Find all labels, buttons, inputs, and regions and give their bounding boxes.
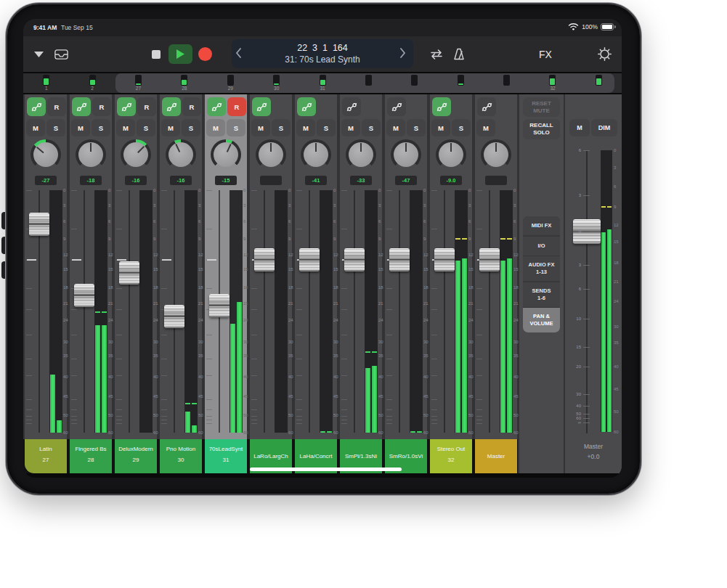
overview-track[interactable] xyxy=(346,73,391,93)
solo-button[interactable]: S xyxy=(362,119,381,136)
solo-button[interactable]: S xyxy=(407,119,426,136)
track-label-master-strip[interactable]: Master xyxy=(475,439,517,473)
pan-knob[interactable] xyxy=(31,139,61,170)
chevron-down-icon[interactable] xyxy=(32,36,45,72)
overview-track[interactable] xyxy=(576,73,622,93)
automation-button[interactable] xyxy=(27,97,46,116)
mute-button[interactable]: M xyxy=(251,119,270,136)
view-button-audio-fx[interactable]: AUDIO FX 1-13 xyxy=(523,256,560,281)
mute-button[interactable]: M xyxy=(476,119,495,136)
overview-track[interactable]: 27 xyxy=(115,73,161,93)
fader-handle[interactable] xyxy=(299,248,320,271)
pan-knob[interactable] xyxy=(391,139,421,170)
automation-button[interactable] xyxy=(477,97,496,116)
fader-handle[interactable] xyxy=(434,248,455,271)
mute-button[interactable]: M xyxy=(26,119,45,136)
automation-button[interactable] xyxy=(252,97,271,116)
pan-knob[interactable] xyxy=(301,139,331,170)
automation-record-button[interactable]: R xyxy=(137,97,156,116)
solo-button[interactable]: S xyxy=(317,119,336,136)
fader-handle[interactable] xyxy=(209,294,230,317)
automation-button[interactable] xyxy=(162,97,181,116)
pan-knob[interactable] xyxy=(436,139,466,170)
solo-button[interactable]: S xyxy=(137,119,155,136)
fader-handle[interactable] xyxy=(254,248,275,271)
pan-knob[interactable] xyxy=(211,139,241,170)
view-button-sends[interactable]: SENDS 1-6 xyxy=(523,282,560,307)
view-button-pan-volume[interactable]: PAN & VOLUME xyxy=(523,308,560,332)
overview-track[interactable]: 30 xyxy=(253,73,299,93)
automation-button[interactable] xyxy=(432,97,451,116)
overview-track[interactable]: 28 xyxy=(161,73,207,93)
automation-button[interactable] xyxy=(387,97,406,116)
solo-button[interactable]: S xyxy=(272,119,291,136)
pan-knob[interactable] xyxy=(346,139,376,170)
fader-handle[interactable] xyxy=(344,248,365,271)
automation-button[interactable] xyxy=(72,97,91,116)
overview-track[interactable] xyxy=(391,73,437,93)
fader-handle[interactable] xyxy=(74,284,94,307)
reset-mute-button[interactable]: RESET MUTE xyxy=(523,97,560,117)
overview-track[interactable] xyxy=(484,73,529,93)
pan-knob[interactable] xyxy=(121,139,151,170)
solo-button[interactable]: S xyxy=(92,119,110,136)
mute-button[interactable]: M xyxy=(71,119,90,136)
mute-button[interactable]: M xyxy=(296,119,315,136)
meter-scale-label: 35 xyxy=(378,354,383,358)
view-button-midi-fx[interactable]: MIDI FX xyxy=(523,216,560,235)
automation-record-button[interactable]: R xyxy=(227,97,246,116)
track-label-70sleadsynt[interactable]: 70sLeadSynt31 xyxy=(205,439,247,473)
automation-record-button[interactable]: R xyxy=(182,97,201,116)
automation-button[interactable] xyxy=(297,97,316,116)
fader-handle[interactable] xyxy=(119,261,139,285)
lcd-display[interactable]: 22 3 1 164 31: 70s Lead Synth xyxy=(232,39,413,68)
master-mute-button[interactable]: M xyxy=(569,119,590,136)
pan-knob[interactable] xyxy=(166,139,196,170)
overview-track[interactable]: 32 xyxy=(529,73,575,93)
track-overview-strip[interactable]: 12272829303132 xyxy=(23,73,622,93)
master-dim-button[interactable]: DIM xyxy=(591,119,617,136)
fader-handle[interactable] xyxy=(389,248,410,271)
automation-button[interactable] xyxy=(342,97,361,116)
track-label-stereo-out[interactable]: Stereo Out32 xyxy=(430,439,472,473)
automation-record-button[interactable]: R xyxy=(47,97,66,116)
solo-button[interactable]: S xyxy=(46,119,65,136)
overview-track[interactable]: 29 xyxy=(208,73,253,93)
mute-button[interactable]: M xyxy=(206,119,225,136)
solo-button[interactable]: S xyxy=(452,119,471,136)
settings-icon[interactable] xyxy=(596,36,612,72)
record-button[interactable] xyxy=(198,47,212,61)
fader-handle[interactable] xyxy=(164,305,184,328)
pan-knob[interactable] xyxy=(481,139,511,170)
automation-record-button[interactable]: R xyxy=(92,97,111,116)
track-label-deluxmodern[interactable]: DeluxModern29 xyxy=(115,439,157,473)
mute-button[interactable]: M xyxy=(116,119,135,136)
pan-knob[interactable] xyxy=(256,139,286,170)
metronome-icon[interactable] xyxy=(450,36,468,72)
solo-button[interactable]: S xyxy=(227,119,245,136)
fader-handle[interactable] xyxy=(29,213,49,236)
overview-track[interactable]: 1 xyxy=(23,73,69,93)
automation-button[interactable] xyxy=(117,97,136,116)
play-button[interactable] xyxy=(168,44,192,64)
solo-button[interactable]: S xyxy=(182,119,200,136)
fader-handle[interactable] xyxy=(479,248,500,271)
recall-solo-button[interactable]: RECALL SOLO xyxy=(523,119,560,139)
project-tray-icon[interactable] xyxy=(52,36,70,72)
automation-button[interactable] xyxy=(207,97,226,116)
track-label-fingered-bs[interactable]: Fingered Bs28 xyxy=(70,439,112,473)
mute-button[interactable]: M xyxy=(431,119,450,136)
pan-knob[interactable] xyxy=(76,139,106,170)
overview-track[interactable]: 2 xyxy=(69,73,115,93)
overview-track[interactable] xyxy=(438,73,484,93)
view-button-io[interactable]: I/O xyxy=(523,237,560,256)
mute-button[interactable]: M xyxy=(386,119,405,136)
cycle-icon[interactable] xyxy=(427,36,446,72)
overview-track[interactable]: 31 xyxy=(299,73,345,93)
track-label-pno-motion[interactable]: Pno Motion30 xyxy=(160,439,202,473)
stop-button[interactable] xyxy=(150,36,163,72)
mute-button[interactable]: M xyxy=(341,119,360,136)
mute-button[interactable]: M xyxy=(161,119,180,136)
fx-button[interactable]: FX xyxy=(535,36,556,72)
track-label-latin[interactable]: Latin27 xyxy=(25,439,67,473)
